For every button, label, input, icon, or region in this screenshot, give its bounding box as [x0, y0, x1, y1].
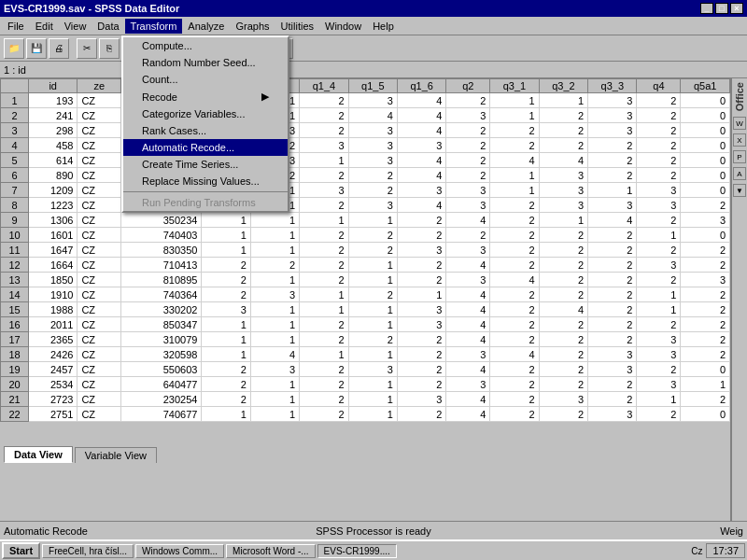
- cell[interactable]: 3: [348, 138, 397, 153]
- cell[interactable]: 2: [588, 228, 637, 243]
- cell[interactable]: 2: [202, 392, 250, 407]
- col-header-q31[interactable]: q3_1: [490, 79, 539, 93]
- close-button[interactable]: ×: [730, 3, 743, 14]
- cell[interactable]: 2: [539, 317, 587, 332]
- cell[interactable]: 2: [300, 93, 348, 108]
- cell[interactable]: CZ: [78, 362, 121, 377]
- cell[interactable]: 2457: [29, 362, 78, 377]
- cell[interactable]: 3: [637, 198, 681, 213]
- cell[interactable]: 2: [637, 153, 681, 168]
- cell[interactable]: 2: [490, 317, 539, 332]
- cell[interactable]: 2: [539, 332, 587, 347]
- col-header-id[interactable]: id: [29, 79, 78, 93]
- cell[interactable]: 2: [588, 317, 637, 332]
- office-icon-3[interactable]: P: [733, 150, 746, 163]
- cell[interactable]: 1: [348, 347, 397, 362]
- cell[interactable]: 2: [637, 317, 681, 332]
- cell[interactable]: 2: [588, 138, 637, 153]
- maximize-button[interactable]: □: [715, 3, 728, 14]
- cell[interactable]: 2: [588, 153, 637, 168]
- menu-create-time-series[interactable]: Create Time Series...: [123, 156, 288, 173]
- cell[interactable]: 2: [539, 287, 587, 302]
- cell[interactable]: 0: [681, 168, 730, 183]
- cell[interactable]: CZ: [78, 377, 121, 392]
- cell[interactable]: 2: [397, 347, 445, 362]
- menu-utilities[interactable]: Utilities: [275, 19, 319, 34]
- cell[interactable]: 1: [637, 287, 681, 302]
- cell[interactable]: 1: [202, 407, 250, 422]
- cell[interactable]: 7: [1, 183, 29, 198]
- cell[interactable]: 4: [1, 138, 29, 153]
- cell[interactable]: 4: [446, 213, 490, 228]
- cell[interactable]: 10: [1, 228, 29, 243]
- cell[interactable]: 830350: [121, 243, 202, 258]
- cell[interactable]: 1: [348, 317, 397, 332]
- cell[interactable]: 2: [681, 302, 730, 317]
- cell[interactable]: 4: [446, 392, 490, 407]
- cell[interactable]: 3: [397, 317, 445, 332]
- cell[interactable]: 2: [348, 168, 397, 183]
- cell[interactable]: 2: [397, 228, 445, 243]
- cell[interactable]: 1: [202, 347, 250, 362]
- cell[interactable]: 2: [490, 332, 539, 347]
- cell[interactable]: 2: [300, 392, 348, 407]
- cell[interactable]: 9: [1, 213, 29, 228]
- cell[interactable]: 2723: [29, 392, 78, 407]
- cell[interactable]: 3: [1, 123, 29, 138]
- cell[interactable]: 4: [446, 407, 490, 422]
- cell[interactable]: 2: [300, 317, 348, 332]
- toolbar-open[interactable]: 📁: [4, 38, 24, 59]
- cell[interactable]: 0: [681, 138, 730, 153]
- cell[interactable]: 3: [397, 392, 445, 407]
- office-icon-1[interactable]: W: [733, 117, 746, 130]
- cell[interactable]: 458: [29, 138, 78, 153]
- cell[interactable]: 2: [348, 332, 397, 347]
- cell[interactable]: 3: [446, 347, 490, 362]
- cell[interactable]: 1: [300, 153, 348, 168]
- cell[interactable]: 0: [681, 362, 730, 377]
- cell[interactable]: CZ: [78, 332, 121, 347]
- cell[interactable]: 2: [539, 407, 587, 422]
- cell[interactable]: 2: [300, 377, 348, 392]
- cell[interactable]: 1: [348, 407, 397, 422]
- cell[interactable]: 2: [637, 362, 681, 377]
- cell[interactable]: 2: [637, 108, 681, 123]
- cell[interactable]: 3: [348, 362, 397, 377]
- cell[interactable]: 0: [681, 123, 730, 138]
- cell[interactable]: 2: [539, 258, 587, 273]
- taskbar-freecell[interactable]: FreeCell, hra čísl...: [42, 544, 134, 558]
- cell[interactable]: 2: [637, 213, 681, 228]
- cell[interactable]: 2534: [29, 377, 78, 392]
- cell[interactable]: 1: [250, 228, 299, 243]
- cell[interactable]: 4: [397, 123, 445, 138]
- col-header-q5a1[interactable]: q5a1: [681, 79, 730, 93]
- cell[interactable]: 1: [250, 392, 299, 407]
- menu-automatic-recode[interactable]: Automatic Recode...: [123, 139, 288, 156]
- cell[interactable]: 3: [348, 93, 397, 108]
- cell[interactable]: 3: [397, 138, 445, 153]
- cell[interactable]: 3: [446, 108, 490, 123]
- cell[interactable]: 1: [490, 108, 539, 123]
- cell[interactable]: 1: [397, 287, 445, 302]
- cell[interactable]: 12: [1, 258, 29, 273]
- col-header-q2[interactable]: q2: [446, 79, 490, 93]
- cell[interactable]: 3: [588, 362, 637, 377]
- cell[interactable]: 2: [490, 138, 539, 153]
- cell[interactable]: 740364: [121, 287, 202, 302]
- cell[interactable]: 3: [446, 377, 490, 392]
- cell[interactable]: 2: [348, 228, 397, 243]
- cell[interactable]: 2: [681, 287, 730, 302]
- menu-help[interactable]: Help: [367, 19, 400, 34]
- cell[interactable]: 13: [1, 273, 29, 287]
- cell[interactable]: 4: [539, 302, 587, 317]
- cell[interactable]: 3: [681, 213, 730, 228]
- cell[interactable]: 1850: [29, 273, 78, 287]
- cell[interactable]: 2: [588, 392, 637, 407]
- cell[interactable]: 1: [250, 332, 299, 347]
- cell[interactable]: 3: [446, 198, 490, 213]
- cell[interactable]: 4: [490, 347, 539, 362]
- cell[interactable]: 1: [300, 213, 348, 228]
- cell[interactable]: 3: [300, 138, 348, 153]
- cell[interactable]: 1223: [29, 198, 78, 213]
- cell[interactable]: 1: [202, 213, 250, 228]
